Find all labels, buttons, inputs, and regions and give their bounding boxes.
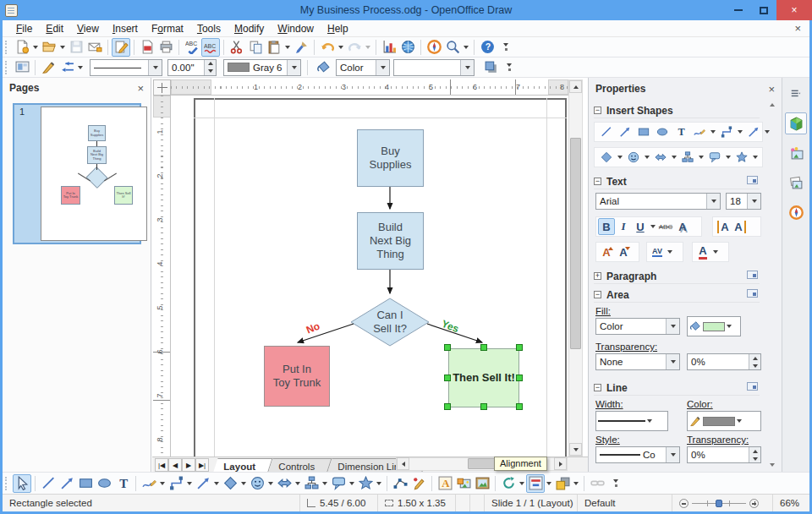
- line-transparency-down-icon[interactable]: [749, 455, 760, 462]
- menu-modify[interactable]: Modify: [228, 21, 271, 36]
- fontwork-button[interactable]: [436, 474, 454, 493]
- vertical-text-right-icon[interactable]: A: [732, 218, 749, 235]
- line-transparency-up-icon[interactable]: [749, 447, 760, 455]
- shadow-text-button[interactable]: A: [674, 218, 691, 235]
- line-transparency-spinner[interactable]: 0%: [687, 446, 761, 463]
- freeform-tool-icon[interactable]: [690, 123, 709, 141]
- line-color-button[interactable]: [687, 411, 761, 431]
- flowchart-dropdown-icon[interactable]: [699, 156, 704, 159]
- callout-dropdown-icon[interactable]: [726, 156, 731, 159]
- selection-handle[interactable]: [444, 375, 451, 381]
- open-dropdown-icon[interactable]: [60, 46, 65, 49]
- page-style[interactable]: Default: [578, 495, 672, 511]
- symbol-shapes-dropdown-icon[interactable]: [645, 156, 650, 159]
- line-tool-icon[interactable]: [597, 123, 616, 141]
- properties-scrollbar[interactable]: [766, 103, 779, 467]
- cursor-position[interactable]: 5.45 / 6.00: [300, 495, 378, 511]
- connector-button[interactable]: [167, 474, 185, 493]
- email-button[interactable]: [85, 38, 104, 57]
- freeform-dropdown-icon[interactable]: [160, 482, 165, 485]
- block-arrows-button[interactable]: [275, 474, 294, 493]
- next-page-icon[interactable]: ▶: [182, 458, 195, 472]
- new-button[interactable]: [13, 38, 31, 57]
- toolbar-options-icon[interactable]: [502, 43, 510, 51]
- arrange-button[interactable]: [553, 474, 572, 493]
- line-color-dropdown-icon[interactable]: [737, 419, 742, 423]
- zoom-dropdown-icon[interactable]: [464, 46, 469, 49]
- connector-dropdown-icon[interactable]: [187, 482, 192, 485]
- line-tool-button[interactable]: [39, 474, 58, 493]
- cut-button[interactable]: [228, 38, 246, 57]
- export-pdf-button[interactable]: [138, 38, 156, 57]
- maximize-button[interactable]: [751, 0, 776, 20]
- flow-box-build[interactable]: Build Next Big Thing: [357, 212, 424, 270]
- area-dialog-launcher-icon[interactable]: [747, 289, 758, 298]
- flowchart-shapes-icon[interactable]: [678, 148, 697, 167]
- ruler-origin-button[interactable]: [153, 79, 171, 96]
- document-close-icon[interactable]: ×: [794, 22, 801, 35]
- arrow-tool-icon[interactable]: [616, 123, 634, 141]
- menu-window[interactable]: Window: [271, 21, 321, 36]
- flow-box-toy[interactable]: Put In Toy Trunk: [264, 346, 330, 407]
- redo-button[interactable]: [345, 38, 364, 57]
- bold-button[interactable]: B: [598, 218, 615, 235]
- freeform-button[interactable]: [140, 474, 158, 493]
- star-dropdown-icon[interactable]: [753, 156, 758, 159]
- gallery-button[interactable]: [473, 474, 491, 493]
- selection-handle[interactable]: [516, 403, 523, 410]
- undo-dropdown-icon[interactable]: [338, 46, 343, 49]
- basic-shapes-button[interactable]: [221, 474, 239, 493]
- redo-dropdown-icon[interactable]: [365, 46, 370, 49]
- area-dialog-button[interactable]: [314, 58, 332, 77]
- rectangle-tool-icon[interactable]: [634, 123, 653, 141]
- section-insert-shapes[interactable]: − Insert Shapes: [594, 103, 760, 118]
- drawing-canvas[interactable]: Buy Supplies Build Next Big Thing Can I …: [171, 96, 568, 457]
- sidebar-menu-icon[interactable]: [785, 83, 807, 105]
- flowchart-dropdown-icon[interactable]: [322, 482, 327, 485]
- arrange-dropdown-icon[interactable]: [573, 482, 579, 485]
- paste-button[interactable]: [265, 38, 283, 57]
- paste-dropdown-icon[interactable]: [285, 46, 290, 49]
- transparency-type-select[interactable]: None: [595, 353, 680, 370]
- symbol-shapes-button[interactable]: [248, 474, 266, 493]
- rotate-dropdown-icon[interactable]: [519, 482, 524, 485]
- flow-diamond-label[interactable]: Can I Sell It?: [359, 309, 421, 336]
- from-file-button[interactable]: [454, 474, 473, 493]
- block-arrows-dropdown-icon[interactable]: [295, 482, 300, 485]
- menu-view[interactable]: View: [70, 21, 106, 36]
- line-color-select[interactable]: Gray 6: [223, 59, 301, 76]
- sidebar-tab-gallery[interactable]: [785, 142, 807, 164]
- expand-icon[interactable]: +: [594, 272, 601, 280]
- select-tool-button[interactable]: [13, 474, 31, 493]
- line-width-up-icon[interactable]: [205, 60, 216, 68]
- section-line[interactable]: − Line: [594, 380, 760, 396]
- minimize-button[interactable]: [726, 0, 751, 20]
- freeform-dropdown-icon[interactable]: [710, 130, 716, 134]
- collapse-icon[interactable]: −: [594, 291, 601, 298]
- transparency-up-icon[interactable]: [749, 354, 760, 362]
- block-arrows-icon[interactable]: [651, 148, 670, 167]
- presentation-button[interactable]: [13, 58, 31, 77]
- toolbar-grip[interactable]: [5, 61, 9, 74]
- selection-handle[interactable]: [480, 403, 487, 410]
- arrow-tool-button[interactable]: [58, 474, 76, 493]
- line-width-spinner[interactable]: 0.00'': [167, 59, 217, 76]
- hyperlink-button[interactable]: [398, 38, 417, 57]
- alignment-dropdown-icon[interactable]: [546, 482, 551, 485]
- glue-points-button[interactable]: [409, 474, 428, 493]
- rectangle-tool-button[interactable]: [76, 474, 95, 493]
- basic-shapes-dropdown-icon[interactable]: [241, 482, 246, 485]
- transparency-down-icon[interactable]: [749, 362, 760, 369]
- first-page-icon[interactable]: |◀: [155, 458, 168, 472]
- area-fill-type-select[interactable]: Color: [595, 318, 680, 335]
- menu-insert[interactable]: Insert: [106, 21, 145, 36]
- line-style-dropdown-icon[interactable]: [666, 447, 679, 462]
- font-size-select[interactable]: 18: [726, 193, 761, 210]
- toolbar-grip[interactable]: [5, 41, 9, 54]
- strikethrough-button[interactable]: ABC: [657, 218, 674, 235]
- edit-mode-button[interactable]: [112, 38, 130, 57]
- selection-handle[interactable]: [444, 403, 451, 410]
- pages-close-icon[interactable]: ×: [137, 82, 144, 95]
- page-thumbnail[interactable]: 1 Buy Supplies Build Next Big Thing Put …: [13, 103, 141, 244]
- sidebar-tab-navigator[interactable]: [785, 201, 807, 223]
